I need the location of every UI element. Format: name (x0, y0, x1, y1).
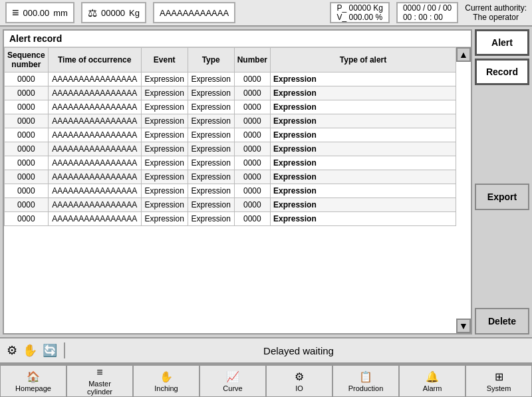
position-section: ≡ 000.00 mm (5, 2, 74, 23)
nav-icon-3: 📈 (226, 370, 239, 383)
table-cell: 0000 (234, 184, 270, 198)
alert-content: Alert record Sequencenumber Time of occu… (3, 29, 472, 334)
table-cell: 0000 (234, 72, 270, 86)
p-row: P_ 00000 Kg (336, 3, 382, 13)
nav-btn-homepage[interactable]: 🏠Homepage (0, 365, 66, 397)
alert-button[interactable]: Alert (475, 29, 529, 56)
alert-table-body: 0000AAAAAAAAAAAAAAAAExpressionExpression… (5, 72, 456, 226)
nav-btn-system[interactable]: ⊞System (466, 365, 532, 397)
weight-unit: Kg (129, 8, 140, 18)
nav-icon-1: ≡ (96, 366, 102, 378)
table-cell: Expression (141, 128, 188, 142)
program-section: AAAAAAAAAAAA (153, 2, 235, 23)
export-button[interactable]: Export (475, 184, 529, 210)
col-header-event: Event (141, 48, 188, 72)
content-row: Alert record Sequencenumber Time of occu… (0, 27, 532, 337)
weight-icon: ⚖ (88, 7, 97, 19)
col-header-number: Number (234, 48, 270, 72)
table-cell: Expression (188, 114, 234, 128)
delete-button[interactable]: Delete (475, 308, 529, 334)
table-cell: Expression (188, 184, 234, 198)
table-row[interactable]: 0000AAAAAAAAAAAAAAAAExpressionExpression… (5, 114, 456, 128)
table-cell: 0000 (234, 156, 270, 170)
status-icon-3: 🔄 (43, 343, 57, 358)
table-cell: Expression (141, 212, 188, 226)
table-row[interactable]: 0000AAAAAAAAAAAAAAAAExpressionExpression… (5, 128, 456, 142)
nav-btn-io[interactable]: ⚙IO (266, 365, 332, 397)
table-row[interactable]: 0000AAAAAAAAAAAAAAAAExpressionExpression… (5, 156, 456, 170)
table-row[interactable]: 0000AAAAAAAAAAAAAAAAExpressionExpression… (5, 72, 456, 86)
table-cell: AAAAAAAAAAAAAAAA (48, 72, 141, 86)
table-cell: 0000 (234, 142, 270, 156)
status-icon-2: ✋ (23, 343, 37, 358)
nav-icon-6: 🔔 (426, 370, 439, 383)
table-cell: Expression (271, 114, 456, 128)
table-cell: Expression (141, 198, 188, 212)
table-cell: Expression (188, 212, 234, 226)
table-cell: Expression (188, 86, 234, 100)
v-row: V_ 000.00 % (336, 13, 382, 22)
nav-label-1: Master cylinder (87, 380, 112, 396)
table-cell: Expression (271, 212, 456, 226)
position-unit: mm (53, 8, 68, 18)
table-cell: 0000 (5, 142, 49, 156)
nav-btn-inching[interactable]: ✋Inching (133, 365, 200, 397)
table-cell: AAAAAAAAAAAAAAAA (48, 86, 141, 100)
table-cell: Expression (141, 142, 188, 156)
table-cell: Expression (188, 100, 234, 114)
alert-record-title: Alert record (4, 31, 471, 47)
record-button[interactable]: Record (475, 59, 529, 85)
table-cell: AAAAAAAAAAAAAAAA (48, 156, 141, 170)
table-row[interactable]: 0000AAAAAAAAAAAAAAAAExpressionExpression… (5, 198, 456, 212)
table-cell: Expression (271, 142, 456, 156)
table-row[interactable]: 0000AAAAAAAAAAAAAAAAExpressionExpression… (5, 212, 456, 226)
table-cell: Expression (188, 142, 234, 156)
weight-value: 00000 (101, 8, 125, 18)
status-divider (64, 342, 65, 358)
table-cell: Expression (271, 198, 456, 212)
nav-btn-alarm[interactable]: 🔔Alarm (399, 365, 466, 397)
scroll-down-button[interactable]: ▼ (456, 319, 471, 333)
table-row[interactable]: 0000AAAAAAAAAAAAAAAAExpressionExpression… (5, 170, 456, 184)
nav-icon-7: ⊞ (495, 370, 503, 383)
table-row[interactable]: 0000AAAAAAAAAAAAAAAAExpressionExpression… (5, 142, 456, 156)
table-cell: AAAAAAAAAAAAAAAA (48, 184, 141, 198)
table-row[interactable]: 0000AAAAAAAAAAAAAAAAExpressionExpression… (5, 184, 456, 198)
table-cell: Expression (141, 114, 188, 128)
col-header-type: Type (188, 48, 234, 72)
nav-btn-production[interactable]: 📋Production (332, 365, 399, 397)
table-cell: AAAAAAAAAAAAAAAA (48, 128, 141, 142)
table-cell: Expression (271, 72, 456, 86)
table-cell: Expression (271, 156, 456, 170)
table-cell: 0000 (5, 156, 49, 170)
nav-icon-4: ⚙ (295, 370, 304, 383)
nav-label-5: Production (348, 384, 384, 392)
status-text: Delayed waiting (72, 345, 525, 356)
table-row[interactable]: 0000AAAAAAAAAAAAAAAAExpressionExpression… (5, 86, 456, 100)
nav-label-0: Homepage (15, 384, 51, 392)
alert-table: Sequencenumber Time of occurrence Event … (4, 47, 456, 226)
table-header: Sequencenumber Time of occurrence Event … (5, 48, 456, 72)
nav-label-2: Inching (154, 384, 178, 392)
table-cell: 0000 (5, 198, 49, 212)
authority-value: The operator (465, 13, 527, 22)
table-cell: 0000 (5, 212, 49, 226)
table-cell: 0000 (234, 170, 270, 184)
status-icon-1: ⚙ (7, 343, 17, 358)
table-cell: Expression (271, 184, 456, 198)
table-cell: 0000 (5, 128, 49, 142)
table-cell: 0000 (5, 170, 49, 184)
table-row[interactable]: 0000AAAAAAAAAAAAAAAAExpressionExpression… (5, 100, 456, 114)
weight-section: ⚖ 00000 Kg (81, 2, 146, 23)
nav-icon-5: 📋 (359, 370, 372, 383)
table-cell: 0000 (234, 100, 270, 114)
table-cell: AAAAAAAAAAAAAAAA (48, 100, 141, 114)
table-cell: Expression (188, 128, 234, 142)
table-cell: 0000 (5, 184, 49, 198)
scroll-up-button[interactable]: ▲ (456, 47, 471, 62)
nav-btn-curve[interactable]: 📈Curve (200, 365, 266, 397)
nav-btn-master-cylinder[interactable]: ≡Master cylinder (66, 365, 133, 397)
table-cell: 0000 (5, 72, 49, 86)
table-cell: Expression (141, 86, 188, 100)
table-cell: 0000 (234, 198, 270, 212)
